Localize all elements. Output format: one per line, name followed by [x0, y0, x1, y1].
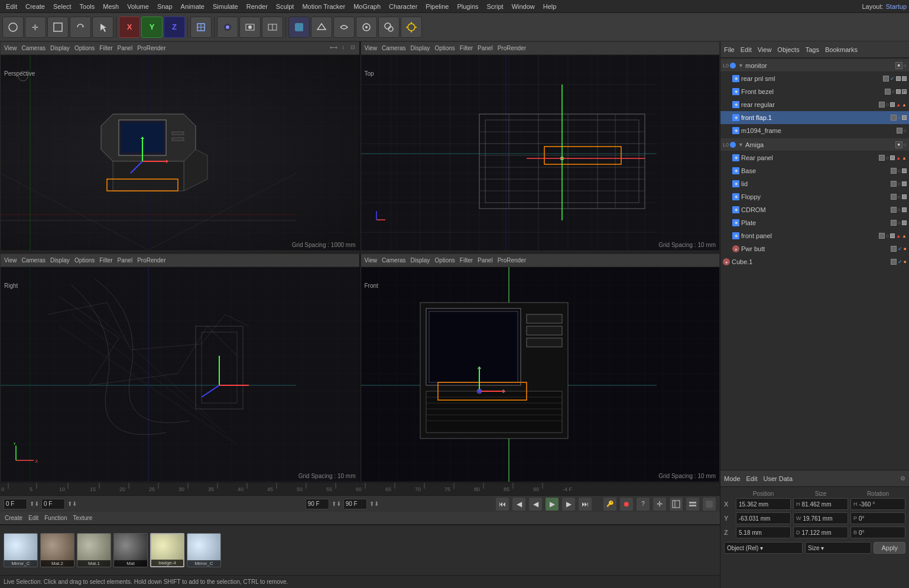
menu-edit[interactable]: Edit	[2, 2, 21, 11]
front-bezel-tag3[interactable]: ✕	[902, 89, 907, 94]
max-frame-input[interactable]	[343, 499, 367, 509]
obj-row-cdrom[interactable]: ◆ CDROM ○	[720, 203, 909, 216]
front-bezel-tag2[interactable]	[896, 89, 901, 94]
obj-view[interactable]: View	[758, 46, 772, 53]
front-panel-tag1[interactable]	[879, 233, 885, 239]
layout-value[interactable]: Startup	[886, 3, 907, 10]
size-h-field[interactable]: H 81.462 mm	[793, 498, 848, 510]
toolbar-move[interactable]: ✛	[25, 17, 46, 38]
menu-script[interactable]: Script	[483, 2, 507, 11]
vp-f-options[interactable]: Options	[434, 257, 454, 264]
vp-f-view[interactable]: View	[365, 257, 378, 264]
front-bezel-tag1[interactable]	[885, 89, 891, 95]
monitor-badge-vis[interactable]: ■	[895, 62, 902, 69]
material-swatch-4[interactable]: badge-4	[150, 533, 184, 567]
toolbar-rotate[interactable]	[70, 17, 91, 38]
plate-tag2[interactable]	[902, 220, 907, 225]
obj-row-lid[interactable]: ◆ lid ○	[720, 177, 909, 190]
menu-mograph[interactable]: MoGraph	[350, 2, 384, 11]
vp-t-display[interactable]: Display	[411, 45, 430, 51]
btn-next-frame[interactable]: ▶	[561, 497, 576, 511]
vp-p-prorender[interactable]: ProRender	[137, 45, 165, 51]
plate-vis[interactable]: ○	[898, 220, 901, 226]
toolbar-display-6[interactable]	[401, 17, 422, 38]
rear-panel-vis[interactable]: ○	[886, 155, 889, 161]
menu-create[interactable]: Create	[22, 2, 48, 11]
vp-f-display[interactable]: Display	[411, 257, 430, 264]
attr-mode[interactable]: Mode	[724, 475, 741, 482]
menu-tools[interactable]: Tools	[76, 2, 99, 11]
vp-r-options[interactable]: Options	[74, 257, 95, 264]
menu-snap[interactable]: Snap	[154, 2, 176, 11]
vp-f-prorender[interactable]: ProRender	[498, 257, 526, 264]
vp-right-content[interactable]: Right X Y Grid Spacing : 10 mm	[1, 267, 359, 482]
rotation-p-field[interactable]: P 0°	[850, 512, 905, 524]
rear-panel-tag1[interactable]	[879, 155, 885, 161]
rear-pnl-tag1[interactable]	[883, 76, 889, 82]
pwr-tag1[interactable]	[891, 246, 897, 252]
end-frame-input[interactable]	[306, 499, 329, 509]
front-flap-tag1[interactable]	[891, 115, 897, 121]
menu-pipeline[interactable]: Pipeline	[422, 2, 452, 11]
front-flap-tag2[interactable]	[902, 115, 907, 120]
amiga-arrow[interactable]: ▼	[738, 142, 745, 148]
vp-perspective-content[interactable]: Perspective Grid Spacing : 1000 mm	[1, 55, 359, 251]
obj-bookmarks[interactable]: Bookmarks	[825, 46, 858, 53]
obj-tags[interactable]: Tags	[806, 46, 819, 53]
vp-p-icon-3[interactable]: ⊡	[349, 43, 357, 51]
amiga-badge-vis[interactable]: ■	[895, 141, 902, 148]
viewport-top[interactable]: View Cameras Display Options Filter Pane…	[361, 41, 720, 251]
mat-texture[interactable]: Texture	[73, 515, 93, 521]
coord-system-dropdown[interactable]: Object (Rel) ▾	[724, 542, 803, 554]
mat-create[interactable]: Create	[5, 515, 22, 521]
floppy-tag1[interactable]	[891, 194, 897, 200]
floppy-tag2[interactable]	[902, 194, 907, 199]
viewport-perspective[interactable]: View Cameras Display Options Filter Pane…	[0, 41, 361, 251]
toolbar-display-2[interactable]	[311, 17, 332, 38]
rear-regular-tag1[interactable]	[879, 102, 885, 108]
monitor-arrow[interactable]: ▼	[738, 63, 745, 69]
vp-t-view[interactable]: View	[365, 45, 378, 51]
amiga-badge-lock[interactable]: ○	[904, 142, 907, 148]
lid-tag1[interactable]	[891, 181, 897, 187]
vp-p-display[interactable]: Display	[50, 45, 70, 51]
obj-row-base[interactable]: ◆ Base ○	[720, 164, 909, 177]
menu-sculpt[interactable]: Sculpt	[272, 2, 298, 11]
apply-button[interactable]: Apply	[874, 542, 905, 554]
pwr-check[interactable]: ✓	[898, 246, 902, 252]
btn-snap[interactable]: ?	[636, 497, 650, 511]
rear-panel-tag2[interactable]	[890, 155, 895, 160]
vp-top-content[interactable]: Top Grid Spacing : 10 mm	[361, 55, 720, 251]
toolbar-display-4[interactable]	[356, 17, 377, 38]
vp-t-panel[interactable]: Panel	[478, 45, 493, 51]
obj-objects[interactable]: Objects	[777, 46, 799, 53]
toolbar-axis-x[interactable]: X	[119, 17, 140, 38]
vp-r-display[interactable]: Display	[50, 257, 70, 264]
lid-vis[interactable]: ○	[898, 181, 901, 187]
toolbar-axis-y[interactable]: Y	[141, 17, 163, 38]
menu-window[interactable]: Window	[508, 2, 538, 11]
menu-character[interactable]: Character	[385, 2, 421, 11]
obj-row-m1094[interactable]: ◆ m1094_frame ○	[720, 124, 909, 137]
position-y-field[interactable]: -63.031 mm	[736, 512, 791, 524]
menu-volume[interactable]: Volume	[124, 2, 152, 11]
mat-function[interactable]: Function	[44, 515, 67, 521]
btn-prev-frame[interactable]: ◀	[512, 497, 526, 511]
btn-timeline-view3[interactable]	[702, 497, 716, 511]
obj-row-front-panel[interactable]: ◆ front panel ○ ▲ ▲	[720, 229, 909, 242]
size-w-field[interactable]: W 19.761 mm	[793, 512, 848, 524]
attr-user-data[interactable]: User Data	[764, 475, 793, 482]
vp-t-filter[interactable]: Filter	[460, 45, 473, 51]
base-vis[interactable]: ○	[898, 168, 901, 174]
vp-p-view[interactable]: View	[4, 45, 17, 51]
rotation-h-field[interactable]: H -360 °	[850, 498, 905, 510]
vp-f-cameras[interactable]: Cameras	[382, 257, 406, 264]
menu-render[interactable]: Render	[243, 2, 271, 11]
btn-record[interactable]: ⏺	[619, 497, 634, 511]
obj-row-cube1[interactable]: ● Cube.1 ✓ ●	[720, 255, 909, 268]
btn-timeline-view1[interactable]	[669, 497, 683, 511]
toolbar-axis-z[interactable]: Z	[164, 17, 185, 38]
vp-p-options[interactable]: Options	[74, 45, 95, 51]
toolbar-transform-world[interactable]	[190, 17, 212, 38]
btn-go-end[interactable]: ⏭	[578, 497, 592, 511]
